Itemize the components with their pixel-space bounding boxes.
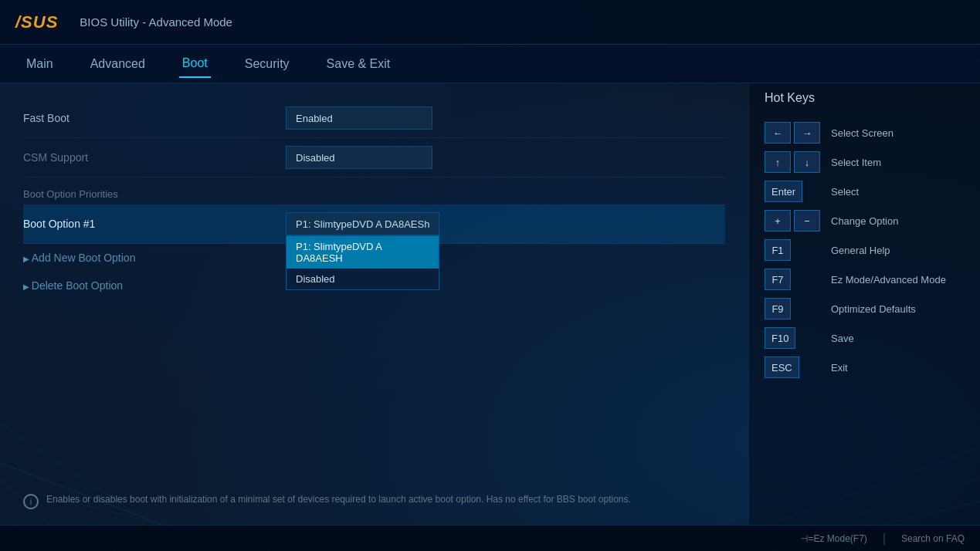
hotkey-exit-label: Exit (831, 362, 848, 374)
nav-main[interactable]: Main (23, 51, 56, 77)
footer-separator: | (883, 532, 886, 546)
nav-advanced[interactable]: Advanced (87, 51, 148, 77)
hotkey-change-option-keys: + − (765, 210, 826, 232)
boot-priorities-header: Boot Option Priorities (23, 177, 725, 205)
info-section: i Enables or disables boot with initiali… (23, 492, 725, 509)
hotkey-save-keys: F10 (765, 327, 826, 349)
dropdown-option-dvd[interactable]: P1: SlimtypeDVD A DA8AESH (287, 236, 439, 269)
hotkey-select-keys: Enter (765, 181, 826, 202)
key-enter[interactable]: Enter (765, 181, 802, 202)
hotkey-select: Enter Select (765, 181, 965, 202)
boot-option1-current-value[interactable]: P1: SlimtypeDVD A DA8AESh (286, 212, 439, 235)
settings-panel: Fast Boot Enabled CSM Support Disabled B… (0, 83, 748, 525)
nav-save-exit[interactable]: Save & Exit (324, 51, 394, 77)
hotkey-select-label: Select (831, 186, 859, 198)
footer: ⊣=Ez Mode(F7) | Search on FAQ (0, 525, 980, 551)
hotkey-select-screen-keys: ← → (765, 122, 826, 144)
fast-boot-row: Fast Boot Enabled (23, 99, 725, 138)
hotkey-save: F10 Save (765, 327, 965, 349)
csm-support-label: CSM Support (23, 151, 286, 164)
nav-bar: Main Advanced Boot Security Save & Exit (0, 45, 980, 83)
main-content: Fast Boot Enabled CSM Support Disabled B… (0, 83, 980, 525)
key-minus[interactable]: − (794, 210, 820, 232)
hotkey-ez-mode: F7 Ez Mode/Advanced Mode (765, 269, 965, 290)
hotkeys-panel: Hot Keys ← → Select Screen ↑ ↓ Select It… (748, 83, 980, 525)
boot-option1-label: Boot Option #1 (23, 218, 286, 230)
header: /SUS BIOS Utility - Advanced Mode (0, 0, 980, 45)
key-plus[interactable]: + (765, 210, 791, 232)
asus-logo: /SUS (15, 12, 58, 32)
hotkey-select-screen: ← → Select Screen (765, 122, 965, 144)
dropdown-option-disabled[interactable]: Disabled (287, 269, 439, 289)
hotkey-general-help: F1 General Help (765, 239, 965, 261)
nav-security[interactable]: Security (242, 51, 293, 77)
hotkeys-title: Hot Keys (765, 91, 965, 110)
asus-brand: /SUS (15, 12, 58, 32)
boot-option1-row: Boot Option #1 P1: SlimtypeDVD A DA8AESh… (23, 205, 725, 244)
key-f7[interactable]: F7 (765, 269, 791, 290)
footer-search-faq[interactable]: Search on FAQ (901, 533, 965, 544)
key-f10[interactable]: F10 (765, 327, 795, 349)
hotkey-change-option-label: Change Option (831, 215, 898, 227)
key-esc[interactable]: ESC (765, 357, 799, 378)
hotkey-change-option: + − Change Option (765, 210, 965, 232)
info-text: Enables or disables boot with initializa… (46, 492, 631, 506)
key-f1[interactable]: F1 (765, 239, 791, 261)
fast-boot-value[interactable]: Enabled (286, 106, 432, 130)
hotkey-optimized-defaults: F9 Optimized Defaults (765, 298, 965, 319)
hotkey-ez-mode-label: Ez Mode/Advanced Mode (831, 274, 946, 286)
hotkey-select-item-label: Select Item (831, 157, 881, 168)
boot-option1-dropdown-container: P1: SlimtypeDVD A DA8AESh P1: SlimtypeDV… (286, 212, 439, 235)
boot-option1-dropdown-list: P1: SlimtypeDVD A DA8AESH Disabled (286, 235, 439, 290)
key-left-arrow[interactable]: ← (765, 122, 791, 144)
key-up-arrow[interactable]: ↑ (765, 151, 791, 173)
hotkey-select-screen-label: Select Screen (831, 127, 894, 139)
hotkey-optimized-defaults-label: Optimized Defaults (831, 303, 916, 315)
nav-boot[interactable]: Boot (179, 50, 211, 78)
hotkey-select-item: ↑ ↓ Select Item (765, 151, 965, 173)
hotkey-optimized-defaults-keys: F9 (765, 298, 826, 319)
csm-support-value[interactable]: Disabled (286, 146, 432, 169)
key-right-arrow[interactable]: → (794, 122, 820, 144)
hotkey-general-help-keys: F1 (765, 239, 826, 261)
hotkey-general-help-label: General Help (831, 245, 890, 256)
hotkey-select-item-keys: ↑ ↓ (765, 151, 826, 173)
footer-ez-mode[interactable]: ⊣=Ez Mode(F7) (800, 533, 866, 544)
hotkey-exit-keys: ESC (765, 357, 826, 378)
boot-priorities-label: Boot Option Priorities (23, 188, 118, 200)
hotkey-ez-mode-keys: F7 (765, 269, 826, 290)
info-icon: i (23, 494, 39, 509)
fast-boot-label: Fast Boot (23, 112, 286, 124)
key-f9[interactable]: F9 (765, 298, 791, 319)
hotkey-exit: ESC Exit (765, 357, 965, 378)
key-down-arrow[interactable]: ↓ (794, 151, 820, 173)
bios-title: BIOS Utility - Advanced Mode (80, 15, 232, 29)
csm-support-row: CSM Support Disabled (23, 138, 725, 177)
hotkey-save-label: Save (831, 333, 854, 344)
